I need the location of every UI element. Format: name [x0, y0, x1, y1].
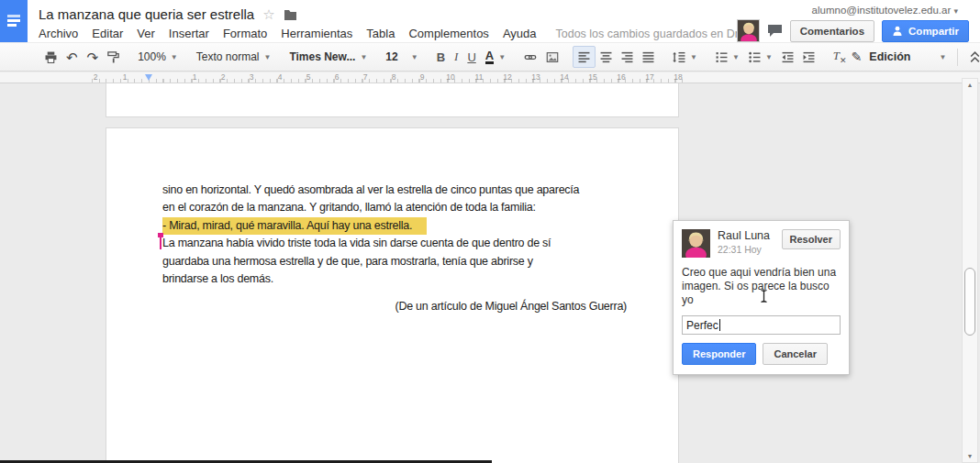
- numbered-list-button[interactable]: ▼: [711, 46, 744, 68]
- comments-button[interactable]: Comentarios: [790, 20, 874, 42]
- scroll-up-icon[interactable]: ▲: [963, 82, 977, 88]
- paragraph-style-select[interactable]: Texto normal ▼: [192, 46, 276, 68]
- ruler-number: 1: [123, 72, 128, 82]
- decrease-indent-icon: [782, 51, 794, 63]
- bulleted-list-icon: [749, 51, 761, 63]
- ruler-number: 13: [531, 72, 540, 82]
- chevron-down-icon[interactable]: ▼: [940, 53, 947, 61]
- account-menu[interactable]: alumno@institutovelez.edu.ar ▾: [812, 5, 958, 16]
- comment-author-avatar: [682, 229, 710, 258]
- menu-item[interactable]: Ver: [137, 27, 155, 40]
- share-button-label: Compartir: [908, 26, 959, 37]
- menu-item[interactable]: Herramientas: [281, 27, 352, 40]
- share-button[interactable]: Compartir: [882, 20, 969, 42]
- print-icon: [45, 51, 57, 63]
- align-center-button[interactable]: [596, 46, 617, 68]
- font-select[interactable]: Times New... ▼: [284, 46, 372, 68]
- folder-icon[interactable]: [284, 8, 297, 20]
- scrollbar-thumb[interactable]: [964, 268, 975, 336]
- line-spacing-button[interactable]: ▼: [668, 46, 702, 68]
- align-left-button[interactable]: [573, 46, 596, 68]
- text-line: La manzana había vivido triste toda la v…: [162, 235, 630, 252]
- underline-button[interactable]: U: [462, 46, 480, 68]
- ruler-number: 4: [278, 72, 283, 82]
- text-line: brindarse a los demás.: [162, 270, 630, 288]
- undo-button[interactable]: ↶: [61, 46, 83, 68]
- ruler-number: 12: [503, 72, 511, 82]
- page-previous[interactable]: [106, 83, 679, 117]
- menu-item[interactable]: Insertar: [169, 27, 209, 40]
- ruler-number: 10: [446, 72, 454, 82]
- ruler-number: 11: [475, 72, 484, 82]
- menu-bar: Archivo Editar Ver Insertar Formato Herr…: [39, 27, 753, 40]
- save-status[interactable]: Todos los cambios guardados en Drive: [556, 28, 753, 40]
- chevron-down-icon: ▼: [171, 53, 178, 61]
- paint-roller-icon: [107, 51, 119, 63]
- paragraph-2: La manzana había vivido triste toda la v…: [162, 235, 630, 288]
- print-button[interactable]: [40, 46, 61, 68]
- collapse-toolbar-icon[interactable]: [969, 50, 980, 63]
- comment-bubble-icon[interactable]: [767, 24, 783, 38]
- zoom-select[interactable]: 100% ▼: [133, 46, 183, 68]
- underline-icon: U: [467, 50, 475, 64]
- clear-formatting-icon: T✕: [833, 49, 847, 65]
- menu-item[interactable]: Archivo: [39, 27, 78, 40]
- reply-input[interactable]: Perfec: [682, 315, 841, 335]
- page-current[interactable]: sino en horizontal. Y quedó asombrada al…: [106, 127, 679, 463]
- insert-link-button[interactable]: [519, 46, 541, 68]
- collaborator-avatar[interactable]: [737, 19, 760, 42]
- chevron-down-icon: ▼: [690, 53, 697, 61]
- justify-button[interactable]: [638, 46, 659, 68]
- clear-formatting-button[interactable]: T✕: [829, 46, 852, 68]
- cancel-button[interactable]: Cancelar: [763, 343, 827, 365]
- ruler-number: 2: [94, 72, 98, 82]
- zoom-value: 100%: [138, 50, 166, 63]
- paragraph-1: sino en horizontal. Y quedó asombrada al…: [162, 182, 630, 217]
- ruler-number: 18: [674, 72, 682, 82]
- paragraph-style-value: Texto normal: [196, 50, 260, 63]
- align-center-icon: [600, 51, 612, 63]
- menu-item[interactable]: Complementos: [408, 27, 488, 40]
- insert-image-button[interactable]: [541, 46, 563, 68]
- menu-item[interactable]: Ayuda: [503, 27, 537, 40]
- text-color-button[interactable]: A ▼: [481, 46, 510, 68]
- numbered-list-icon: [716, 51, 728, 63]
- increase-indent-button[interactable]: [798, 46, 819, 68]
- increase-indent-icon: [803, 51, 815, 63]
- align-right-button[interactable]: [617, 46, 638, 68]
- paint-format-button[interactable]: [103, 46, 124, 68]
- resolve-button[interactable]: Resolver: [782, 229, 841, 249]
- star-icon[interactable]: ☆: [262, 7, 274, 21]
- bold-button[interactable]: B: [432, 46, 450, 68]
- ruler-number: 14: [560, 72, 568, 82]
- chevron-down-icon: ▼: [498, 53, 506, 61]
- font-size-value: 12: [385, 50, 397, 63]
- document-title[interactable]: La manzana que queria ser estrella: [39, 6, 254, 22]
- docs-home-button[interactable]: [0, 0, 28, 42]
- scroll-down-icon[interactable]: ▼: [963, 453, 977, 459]
- reply-button[interactable]: Responder: [682, 343, 756, 365]
- redo-button[interactable]: ↷: [83, 46, 104, 68]
- align-right-icon: [621, 51, 633, 63]
- ruler-number: 15: [588, 72, 596, 82]
- bulleted-list-button[interactable]: ▼: [744, 46, 777, 68]
- font-size-select[interactable]: 12 ▼: [381, 46, 422, 68]
- menu-item[interactable]: Editar: [92, 27, 123, 40]
- ruler-number: 1: [193, 72, 197, 82]
- vertical-scrollbar[interactable]: ▲ ▼: [962, 78, 978, 463]
- menu-item[interactable]: Formato: [223, 27, 267, 40]
- italic-button[interactable]: I: [450, 46, 462, 68]
- menu-item[interactable]: Tabla: [366, 27, 395, 40]
- text-line: guardaba una hermosa estrella y de que, …: [162, 253, 630, 270]
- chevron-down-icon: ▼: [411, 53, 418, 61]
- ruler-number: 8: [392, 72, 396, 82]
- text-line: sino en horizontal. Y quedó asombrada al…: [162, 182, 630, 199]
- account-email: alumno@institutovelez.edu.ar: [812, 5, 952, 16]
- mode-select[interactable]: Edición: [869, 50, 910, 63]
- undo-icon: ↶: [66, 50, 78, 64]
- collaborator-cursor: [160, 237, 161, 249]
- indent-marker[interactable]: [145, 74, 152, 81]
- chevron-down-icon: ▾: [953, 6, 958, 16]
- document-text: sino en horizontal. Y quedó asombrada al…: [162, 182, 630, 316]
- decrease-indent-button[interactable]: [777, 46, 798, 68]
